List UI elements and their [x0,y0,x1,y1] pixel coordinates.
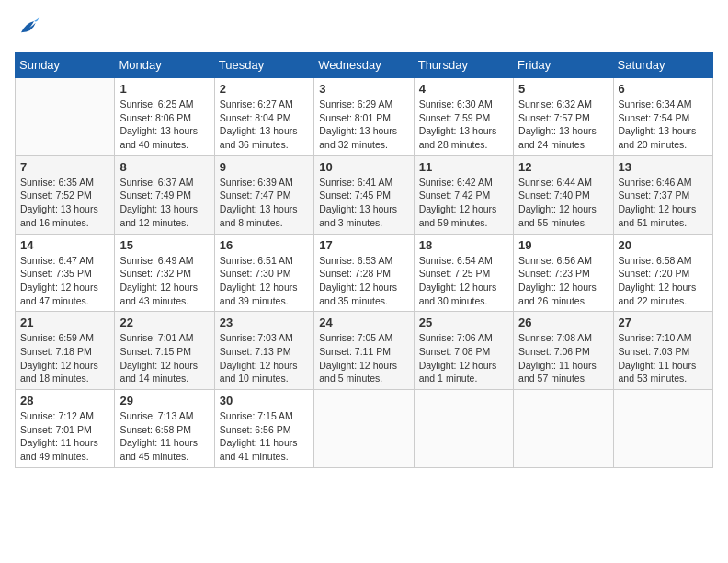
day-info: Sunrise: 7:05 AM Sunset: 7:11 PM Dayligh… [319,331,408,385]
day-info: Sunrise: 6:35 AM Sunset: 7:52 PM Dayligh… [20,176,109,230]
calendar-cell: 7Sunrise: 6:35 AM Sunset: 7:52 PM Daylig… [16,155,115,234]
day-number: 30 [220,394,309,408]
day-number: 14 [20,238,109,252]
calendar-body: 1Sunrise: 6:25 AM Sunset: 8:06 PM Daylig… [16,78,713,468]
day-info: Sunrise: 6:58 AM Sunset: 7:20 PM Dayligh… [619,254,708,308]
day-number: 4 [419,82,508,96]
day-info: Sunrise: 6:25 AM Sunset: 8:06 PM Dayligh… [119,98,209,152]
day-number: 18 [419,238,508,252]
calendar-cell: 19Sunrise: 6:56 AM Sunset: 7:23 PM Dayli… [514,234,613,312]
day-info: Sunrise: 7:12 AM Sunset: 7:01 PM Dayligh… [20,409,109,464]
day-number: 1 [119,82,209,96]
weekday-label: Thursday [414,52,513,78]
calendar-cell: 1Sunrise: 6:25 AM Sunset: 8:06 PM Daylig… [115,78,214,156]
calendar-week-row: 7Sunrise: 6:35 AM Sunset: 7:52 PM Daylig… [16,155,713,234]
weekday-row: SundayMondayTuesdayWednesdayThursdayFrid… [16,52,713,78]
day-number: 5 [518,82,608,96]
calendar-cell: 2Sunrise: 6:27 AM Sunset: 8:04 PM Daylig… [214,78,313,156]
day-number: 15 [119,238,209,252]
weekday-label: Saturday [613,52,712,78]
day-info: Sunrise: 7:13 AM Sunset: 6:58 PM Dayligh… [119,409,209,464]
calendar-cell: 30Sunrise: 7:15 AM Sunset: 6:56 PM Dayli… [214,390,313,468]
day-info: Sunrise: 7:08 AM Sunset: 7:06 PM Dayligh… [518,331,608,385]
day-number: 7 [20,160,109,174]
calendar-cell [414,390,513,468]
calendar-cell [613,390,712,468]
day-info: Sunrise: 6:53 AM Sunset: 7:28 PM Dayligh… [319,254,408,308]
day-number: 27 [619,316,708,329]
day-number: 12 [518,160,608,174]
calendar-cell: 10Sunrise: 6:41 AM Sunset: 7:45 PM Dayli… [314,155,414,234]
day-number: 24 [319,316,408,329]
day-number: 29 [119,394,209,408]
day-number: 23 [220,316,309,329]
calendar-cell: 21Sunrise: 6:59 AM Sunset: 7:18 PM Dayli… [16,312,115,390]
day-info: Sunrise: 6:30 AM Sunset: 7:59 PM Dayligh… [419,98,508,152]
day-number: 20 [619,238,708,252]
calendar-cell [314,390,414,468]
day-number: 17 [319,238,408,252]
calendar-cell: 23Sunrise: 7:03 AM Sunset: 7:13 PM Dayli… [214,312,313,390]
calendar-cell: 16Sunrise: 6:51 AM Sunset: 7:30 PM Dayli… [214,234,313,312]
day-number: 16 [220,238,309,252]
page-header [15,15,713,40]
weekday-label: Friday [514,52,613,78]
calendar-cell: 8Sunrise: 6:37 AM Sunset: 7:49 PM Daylig… [115,155,214,234]
calendar-cell: 20Sunrise: 6:58 AM Sunset: 7:20 PM Dayli… [613,234,712,312]
weekday-label: Sunday [16,52,115,78]
calendar-week-row: 14Sunrise: 6:47 AM Sunset: 7:35 PM Dayli… [16,234,713,312]
calendar-header: SundayMondayTuesdayWednesdayThursdayFrid… [16,52,713,78]
day-info: Sunrise: 6:59 AM Sunset: 7:18 PM Dayligh… [20,331,109,385]
day-info: Sunrise: 7:03 AM Sunset: 7:13 PM Dayligh… [220,331,309,385]
calendar-table: SundayMondayTuesdayWednesdayThursdayFrid… [15,52,713,468]
calendar-cell: 27Sunrise: 7:10 AM Sunset: 7:03 PM Dayli… [613,312,712,390]
calendar-cell: 5Sunrise: 6:32 AM Sunset: 7:57 PM Daylig… [514,78,613,156]
weekday-label: Tuesday [214,52,313,78]
calendar-cell: 12Sunrise: 6:44 AM Sunset: 7:40 PM Dayli… [514,155,613,234]
calendar-week-row: 28Sunrise: 7:12 AM Sunset: 7:01 PM Dayli… [16,390,713,468]
calendar-cell: 25Sunrise: 7:06 AM Sunset: 7:08 PM Dayli… [414,312,513,390]
day-info: Sunrise: 6:29 AM Sunset: 8:01 PM Dayligh… [319,98,408,152]
calendar-cell: 9Sunrise: 6:39 AM Sunset: 7:47 PM Daylig… [214,155,313,234]
calendar-cell [16,78,115,156]
logo [15,15,44,40]
day-number: 21 [20,316,109,329]
calendar-cell: 29Sunrise: 7:13 AM Sunset: 6:58 PM Dayli… [115,390,214,468]
calendar-cell: 13Sunrise: 6:46 AM Sunset: 7:37 PM Dayli… [613,155,712,234]
weekday-label: Monday [115,52,214,78]
calendar-cell: 15Sunrise: 6:49 AM Sunset: 7:32 PM Dayli… [115,234,214,312]
day-info: Sunrise: 6:54 AM Sunset: 7:25 PM Dayligh… [419,254,508,308]
logo-icon [15,15,40,40]
day-info: Sunrise: 6:49 AM Sunset: 7:32 PM Dayligh… [119,254,209,308]
day-number: 10 [319,160,408,174]
day-info: Sunrise: 6:42 AM Sunset: 7:42 PM Dayligh… [419,176,508,230]
day-info: Sunrise: 7:06 AM Sunset: 7:08 PM Dayligh… [419,331,508,385]
calendar-cell: 22Sunrise: 7:01 AM Sunset: 7:15 PM Dayli… [115,312,214,390]
day-info: Sunrise: 7:15 AM Sunset: 6:56 PM Dayligh… [220,409,309,464]
calendar-cell: 24Sunrise: 7:05 AM Sunset: 7:11 PM Dayli… [314,312,414,390]
calendar-cell: 17Sunrise: 6:53 AM Sunset: 7:28 PM Dayli… [314,234,414,312]
day-info: Sunrise: 6:51 AM Sunset: 7:30 PM Dayligh… [220,254,309,308]
day-number: 2 [220,82,309,96]
day-info: Sunrise: 7:01 AM Sunset: 7:15 PM Dayligh… [119,331,209,385]
day-number: 28 [20,394,109,408]
calendar-cell: 6Sunrise: 6:34 AM Sunset: 7:54 PM Daylig… [613,78,712,156]
weekday-label: Wednesday [314,52,414,78]
calendar-cell: 3Sunrise: 6:29 AM Sunset: 8:01 PM Daylig… [314,78,414,156]
day-info: Sunrise: 6:47 AM Sunset: 7:35 PM Dayligh… [20,254,109,308]
calendar-cell: 26Sunrise: 7:08 AM Sunset: 7:06 PM Dayli… [514,312,613,390]
day-number: 22 [119,316,209,329]
day-number: 11 [419,160,508,174]
day-number: 26 [518,316,608,329]
day-number: 6 [619,82,708,96]
day-number: 25 [419,316,508,329]
day-info: Sunrise: 6:39 AM Sunset: 7:47 PM Dayligh… [220,176,309,230]
calendar-week-row: 1Sunrise: 6:25 AM Sunset: 8:06 PM Daylig… [16,78,713,156]
day-info: Sunrise: 6:34 AM Sunset: 7:54 PM Dayligh… [619,98,708,152]
day-info: Sunrise: 6:44 AM Sunset: 7:40 PM Dayligh… [518,176,608,230]
calendar-cell [514,390,613,468]
calendar-cell: 4Sunrise: 6:30 AM Sunset: 7:59 PM Daylig… [414,78,513,156]
day-info: Sunrise: 6:32 AM Sunset: 7:57 PM Dayligh… [518,98,608,152]
day-info: Sunrise: 6:46 AM Sunset: 7:37 PM Dayligh… [619,176,708,230]
day-number: 9 [220,160,309,174]
